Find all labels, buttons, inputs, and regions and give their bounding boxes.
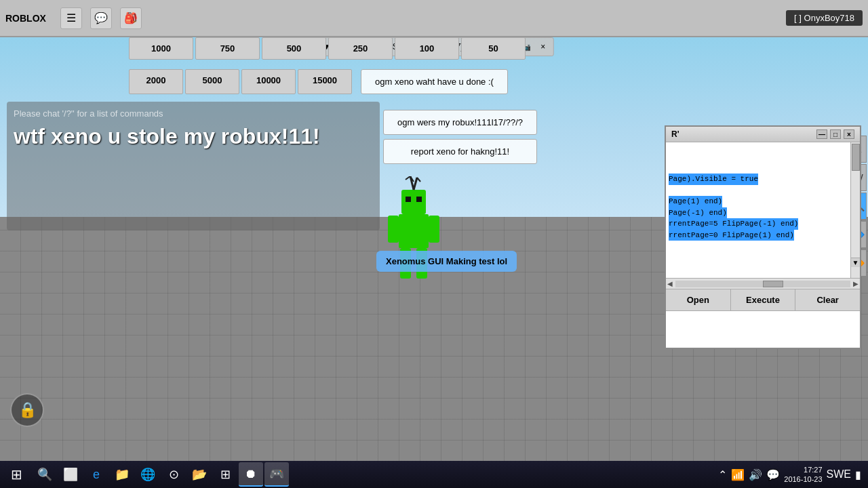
number-grid-row1: 1000 750 500 250 100 50 bbox=[129, 37, 526, 60]
svg-line-4 bbox=[406, 176, 410, 180]
chat-btn-1[interactable]: ogm xeno waht have u done :( bbox=[361, 69, 508, 94]
speech-bubble: Xenomus GUI Making test lol bbox=[376, 251, 517, 272]
lock-icon[interactable]: 🔒 bbox=[10, 393, 44, 427]
script-output-area[interactable] bbox=[666, 310, 860, 348]
tray-time-value: 17:27 bbox=[804, 465, 823, 474]
tray-sound[interactable]: 🔊 bbox=[749, 468, 762, 481]
scroll-thumb-h[interactable] bbox=[763, 281, 783, 287]
taskbar-task-view[interactable]: ⬜ bbox=[58, 462, 83, 487]
tray-date-value: 2016-10-23 bbox=[784, 474, 822, 484]
btn-100[interactable]: 100 bbox=[395, 37, 459, 60]
tray-time[interactable]: 17:27 2016-10-23 bbox=[784, 465, 822, 485]
svg-rect-9 bbox=[388, 216, 399, 243]
code-line-6: rrentPage=0 FlipPage(1) end) bbox=[669, 230, 794, 241]
svg-rect-8 bbox=[399, 214, 429, 248]
code-line-1: Page).Visible = true bbox=[669, 174, 758, 185]
top-bar: ROBLOX ☰ 💬 🎒 ▼ ⊞ 🔍 ⤡ Spelar in [00:01:07… bbox=[0, 0, 868, 37]
taskbar-chrome[interactable]: ⊙ bbox=[161, 462, 186, 487]
minimize-button[interactable]: — bbox=[816, 129, 827, 139]
tray-chevron[interactable]: ⌃ bbox=[718, 468, 727, 481]
menu-icon[interactable]: ☰ bbox=[60, 7, 82, 29]
clear-button[interactable]: Clear bbox=[795, 289, 860, 310]
tray-network[interactable]: 📶 bbox=[731, 468, 745, 481]
taskbar-roblox[interactable]: 🎮 bbox=[264, 462, 289, 487]
btn-250[interactable]: 250 bbox=[328, 37, 393, 60]
user-indicator: [ ] bbox=[794, 13, 802, 23]
taskbar-edge[interactable]: e bbox=[84, 462, 108, 487]
code-line-5: rrentPage=5 FlipPage(-1) end) bbox=[669, 218, 798, 230]
btn-5000[interactable]: 5000 bbox=[185, 69, 239, 94]
taskbar-file-mgr[interactable]: 📂 bbox=[187, 462, 212, 487]
svg-rect-1 bbox=[406, 197, 411, 202]
scroll-right-arrow[interactable]: ▶ bbox=[853, 280, 859, 287]
start-button[interactable]: ⊞ bbox=[3, 462, 30, 487]
maximize-button[interactable]: □ bbox=[830, 129, 841, 139]
btn-750[interactable]: 750 bbox=[195, 37, 260, 60]
backpack-icon[interactable]: 🎒 bbox=[120, 7, 142, 29]
roblox-logo: ROBLOX bbox=[5, 13, 46, 24]
code-line-4: Page(-1) end) bbox=[669, 207, 727, 219]
tray-notification[interactable]: 💬 bbox=[766, 468, 780, 481]
taskbar-tray: ⌃ 📶 🔊 💬 17:27 2016-10-23 SWE ▮ bbox=[718, 465, 865, 485]
btn-2000[interactable]: 2000 bbox=[129, 69, 183, 94]
script-editor-window: R' — □ × ▲ Page).Visible = true Page(1) … bbox=[665, 125, 861, 349]
taskbar-ie[interactable]: 🌐 bbox=[136, 462, 160, 487]
chat-icon[interactable]: 💬 bbox=[90, 7, 112, 29]
btn-15000[interactable]: 15000 bbox=[298, 69, 352, 94]
user-panel: [ ] OnyxBoy718 bbox=[786, 10, 863, 26]
close-button[interactable]: × bbox=[844, 129, 854, 139]
svg-line-7 bbox=[417, 178, 420, 182]
chat-message: wtf xeno u stole my robux!11! bbox=[14, 124, 373, 149]
scroll-down-arrow[interactable]: ▼ bbox=[850, 258, 860, 267]
chat-hint: Please chat '/?'' for a list of commands bbox=[14, 108, 373, 119]
taskbar-icons: 🔍 ⬜ e 📁 🌐 ⊙ 📂 ⊞ ⏺ 🎮 bbox=[33, 462, 289, 487]
taskbar-windows[interactable]: ⊞ bbox=[213, 462, 237, 487]
svg-rect-10 bbox=[429, 216, 439, 243]
script-editor-title-text: R' bbox=[671, 129, 679, 139]
btn-1000[interactable]: 1000 bbox=[129, 37, 193, 60]
svg-rect-0 bbox=[401, 190, 426, 214]
script-action-buttons: Open Execute Clear bbox=[666, 289, 860, 310]
number-grid-row2: 2000 5000 10000 15000 ogm xeno waht have… bbox=[129, 69, 508, 94]
chat-btn-2[interactable]: ogm wers my robux!111l17/??/? bbox=[383, 110, 537, 135]
script-editor-title-bar: R' — □ × bbox=[666, 127, 860, 142]
horizontal-scrollbar[interactable]: ◀ ▶ bbox=[666, 278, 860, 289]
taskbar-roblox-recording[interactable]: ⏺ bbox=[239, 462, 263, 487]
btn-10000[interactable]: 10000 bbox=[241, 69, 296, 94]
chat-area: Please chat '/?'' for a list of commands… bbox=[7, 102, 380, 230]
script-code-area[interactable]: ▲ Page).Visible = true Page(1) end) Page… bbox=[666, 142, 860, 278]
taskbar-search[interactable]: 🔍 bbox=[33, 462, 57, 487]
svg-rect-2 bbox=[416, 197, 422, 202]
btn-500[interactable]: 500 bbox=[262, 37, 326, 60]
btn-50[interactable]: 50 bbox=[461, 37, 526, 60]
open-button[interactable]: Open bbox=[666, 289, 731, 310]
tray-show-desktop[interactable]: ▮ bbox=[855, 468, 861, 481]
chat-btn-3[interactable]: report xeno for hakng!11! bbox=[383, 139, 537, 164]
scrollbar-thumb[interactable] bbox=[852, 144, 860, 171]
scroll-left-arrow[interactable]: ◀ bbox=[667, 280, 673, 287]
username-display: OnyxBoy718 bbox=[804, 13, 854, 23]
script-code-content: Page).Visible = true Page(1) end) Page(-… bbox=[666, 142, 860, 245]
rec-close[interactable]: × bbox=[538, 41, 548, 53]
tray-language: SWE bbox=[827, 468, 851, 481]
scroll-track[interactable] bbox=[675, 281, 850, 287]
taskbar: ⊞ 🔍 ⬜ e 📁 🌐 ⊙ 📂 ⊞ ⏺ 🎮 ⌃ 📶 🔊 💬 17:27 2016… bbox=[0, 461, 868, 488]
taskbar-folder[interactable]: 📁 bbox=[110, 462, 134, 487]
code-line-3: Page(1) end) bbox=[669, 196, 722, 207]
execute-button[interactable]: Execute bbox=[731, 289, 796, 310]
svg-line-6 bbox=[414, 178, 417, 190]
